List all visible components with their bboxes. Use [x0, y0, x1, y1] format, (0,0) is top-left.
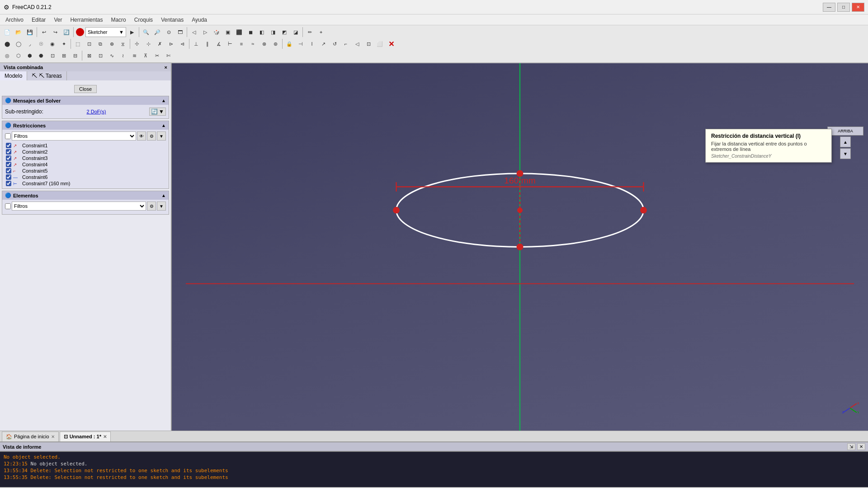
tb-r2-23[interactable]: ⊗: [259, 38, 269, 49]
elementos-filter-settings[interactable]: ⚙: [147, 202, 156, 211]
solver-toggle[interactable]: ▲: [161, 98, 166, 103]
tb-r2-22[interactable]: ≈: [247, 38, 258, 49]
tb-rear[interactable]: ◨: [268, 27, 278, 38]
report-close-button[interactable]: ✕: [857, 443, 865, 450]
tb-view6[interactable]: ▷: [200, 27, 211, 38]
tb-r2-3[interactable]: ◞: [24, 38, 35, 49]
tab-unnamed[interactable]: ⊡ Unnamed : 1* ✕: [60, 432, 111, 441]
tb-r3-4[interactable]: ⬣: [36, 50, 47, 61]
tb-r3-8[interactable]: ⊠: [84, 50, 94, 61]
tab-modelo[interactable]: Modelo: [0, 71, 27, 80]
menu-archivo[interactable]: Archivo: [2, 16, 27, 24]
tb-r3-1[interactable]: ◎: [2, 50, 13, 61]
tb-view4[interactable]: 🗖: [175, 27, 185, 38]
tb-view2[interactable]: 🔎: [152, 27, 163, 38]
tb-r2-2[interactable]: ◯: [13, 38, 24, 49]
tb-left[interactable]: ◪: [290, 27, 301, 38]
menu-ayuda[interactable]: Ayuda: [188, 16, 211, 24]
constraint-5-check[interactable]: [6, 168, 11, 174]
redo-button[interactable]: ↪: [50, 27, 61, 38]
tb-r2-18[interactable]: ∥: [202, 38, 213, 49]
restricciones-filter-settings[interactable]: ⚙: [147, 131, 156, 141]
tb-r3-9[interactable]: ⊡: [95, 50, 106, 61]
elementos-filter-dropdown[interactable]: ▼: [157, 202, 166, 211]
dof-link[interactable]: 2 DoF(s): [87, 109, 106, 114]
elementos-filter-select[interactable]: Filtros: [12, 202, 146, 211]
tb-bot[interactable]: ◩: [279, 27, 290, 38]
tb-r2-20[interactable]: ⊢: [225, 38, 236, 49]
constraint-2-check[interactable]: [6, 149, 11, 155]
tab-tareas[interactable]: ⛏ ⛏ Tareas: [27, 71, 66, 80]
tb-r3-3[interactable]: ⬢: [24, 50, 35, 61]
menu-editar[interactable]: Editar: [28, 16, 49, 24]
tb-r2-26[interactable]: ⊣: [295, 38, 306, 49]
workbench-selector[interactable]: Sketcher ▼: [85, 27, 126, 37]
tb-r3-12[interactable]: ≋: [129, 50, 140, 61]
tab-inicio[interactable]: 🏠 Página de inicio ✕: [2, 432, 59, 441]
refresh-button[interactable]: 🔄: [61, 27, 72, 38]
refresh-dropdown[interactable]: ▼: [159, 108, 164, 115]
constraint-3-check[interactable]: [6, 155, 11, 161]
tb-r2-1[interactable]: ⬤: [2, 38, 13, 49]
elementos-toggle[interactable]: ▲: [161, 193, 166, 198]
tb-r2-9[interactable]: ⧉: [95, 38, 106, 49]
tb-view3[interactable]: ⊙: [163, 27, 174, 38]
tb-r2-32[interactable]: ⊡: [363, 38, 374, 49]
tb-top[interactable]: ⬛: [234, 27, 245, 38]
menu-macro[interactable]: Macro: [107, 16, 129, 24]
restricciones-header[interactable]: 🔵 Restricciones ▲: [2, 121, 169, 130]
tb-3d[interactable]: 🎲: [211, 27, 222, 38]
close-sketch-button[interactable]: Close: [74, 85, 97, 93]
tb-r3-13[interactable]: ⊼: [140, 50, 151, 61]
menu-croquis[interactable]: Croquis: [131, 16, 156, 24]
constraint-7-check[interactable]: [6, 181, 11, 186]
nav-down-button[interactable]: ▼: [840, 148, 851, 159]
tb-r3-10[interactable]: ∿: [106, 50, 117, 61]
tb-r2-28[interactable]: ↗: [318, 38, 329, 49]
tb-axo[interactable]: ◧: [256, 27, 267, 38]
tab-inicio-close[interactable]: ✕: [51, 434, 55, 439]
tb-r2-31[interactable]: ◁: [352, 38, 363, 49]
open-button[interactable]: 📂: [13, 27, 24, 38]
new-button[interactable]: 📄: [2, 27, 13, 38]
tb-r2-6[interactable]: ✦: [58, 38, 69, 49]
tb-r2-12[interactable]: ☩: [132, 38, 142, 49]
constraint-6-check[interactable]: [6, 174, 11, 180]
tb-r3-5[interactable]: ⊡: [47, 50, 58, 61]
close-button[interactable]: ✕: [852, 3, 864, 12]
nav-cube-top[interactable]: ARRIBA: [827, 127, 863, 136]
save-button[interactable]: 💾: [24, 27, 35, 38]
restricciones-check-all[interactable]: [5, 133, 11, 139]
tb-r2-14[interactable]: ✗: [154, 38, 165, 49]
tb-r2-8[interactable]: ⊡: [84, 38, 94, 49]
tb-r2-16[interactable]: ⊲: [177, 38, 188, 49]
tb-front[interactable]: ▣: [222, 27, 233, 38]
nav-cube[interactable]: ARRIBA ▲ ▼: [827, 127, 863, 172]
menu-ventanas[interactable]: Ventanas: [157, 16, 187, 24]
tb-view5[interactable]: ◁: [189, 27, 199, 38]
restricciones-filter-select[interactable]: Filtros: [12, 131, 136, 141]
constraint-1-check[interactable]: [6, 143, 11, 148]
tb-view1[interactable]: 🔍: [141, 27, 151, 38]
menu-herramientas[interactable]: Herramientas: [66, 16, 106, 24]
tb-r2-10[interactable]: ⊕: [106, 38, 117, 49]
tb-r2-30[interactable]: ⌐: [340, 38, 351, 49]
elementos-header[interactable]: 🔵 Elementos ▲: [2, 191, 169, 200]
play-button[interactable]: ▶: [127, 27, 137, 38]
panel-close-icon[interactable]: ×: [165, 65, 167, 70]
undo-button[interactable]: ↩: [38, 27, 49, 38]
tb-draw1[interactable]: ✏: [304, 27, 315, 38]
tb-r2-29[interactable]: ↺: [329, 38, 340, 49]
tb-r3-6[interactable]: ⊞: [58, 50, 69, 61]
tb-r2-4[interactable]: ☉: [36, 38, 47, 49]
tb-r2-7[interactable]: ⬚: [72, 38, 83, 49]
viewport[interactable]: 160 mm Restricción de distancia vertical…: [172, 63, 868, 431]
tb-r2-17[interactable]: ⊥: [191, 38, 202, 49]
tb-r2-27[interactable]: I: [307, 38, 317, 49]
tb-draw2[interactable]: ⌖: [316, 27, 326, 38]
tb-r2-5[interactable]: ◉: [47, 38, 58, 49]
tb-r2-21[interactable]: ≡: [236, 38, 247, 49]
tb-r3-14[interactable]: ✂: [151, 50, 162, 61]
tb-close-sketch[interactable]: ✕: [386, 38, 396, 49]
tb-r2-13[interactable]: ⊹: [143, 38, 154, 49]
